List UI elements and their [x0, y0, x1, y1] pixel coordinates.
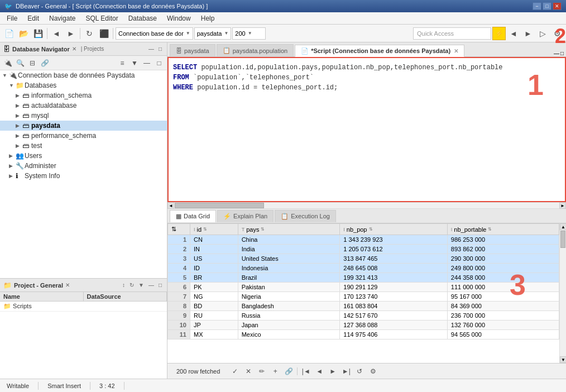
result-tab-explain[interactable]: ⚡ Explain Plan	[217, 210, 274, 222]
toolbar-extra-btn3[interactable]: ▷	[536, 27, 549, 40]
projects-tab[interactable]: | Projects	[81, 46, 104, 52]
tree-databases[interactable]: ▼ 📁 Databases	[0, 80, 167, 90]
toolbar-extra-btn2[interactable]: ►	[521, 27, 535, 40]
tree-actualdatabase[interactable]: ▶ 🗃 actualdatabase	[0, 101, 167, 111]
project-btn-2[interactable]: ↻	[128, 281, 136, 289]
result-tab-execution[interactable]: 📋 Execution Log	[275, 210, 336, 222]
table-row[interactable]: 3USUnited States313 847 465290 300 000	[168, 254, 559, 264]
grid-vscrollbar[interactable]: ▲ ▼	[559, 223, 566, 363]
db-toolbar-new-conn[interactable]: 🔌	[2, 58, 13, 69]
menu-window[interactable]: Window	[162, 13, 195, 23]
menu-file[interactable]: File	[2, 13, 22, 23]
tab-paysdata[interactable]: 🗄 paysdata	[170, 44, 215, 56]
tab-script[interactable]: 📄 *Script (Connection base de données Pa…	[295, 45, 464, 57]
table-row[interactable]: 5BRBrazil199 321 413244 358 000	[168, 273, 559, 283]
table-row[interactable]: 8BDBangladesh161 083 80484 369 000	[168, 302, 559, 311]
tree-information-schema[interactable]: ▶ 🗃 information_schema	[0, 90, 167, 101]
tabs-maximize-btn[interactable]: □	[560, 50, 564, 56]
panel-minimize-btn[interactable]: —	[147, 45, 156, 52]
toolbar-refresh-btn[interactable]: ↻	[83, 27, 96, 40]
status-edit-btn[interactable]: ✏	[256, 366, 268, 377]
quick-access-input[interactable]: Quick Access	[413, 27, 491, 40]
tree-test[interactable]: ▶ 🗃 test	[0, 141, 167, 151]
vscroll-up-btn[interactable]: ▲	[560, 223, 566, 230]
toolbar-new-btn[interactable]: 📄	[2, 27, 16, 40]
vscroll-down-btn[interactable]: ▼	[560, 356, 566, 363]
col-header-id[interactable]: I id ⇅	[190, 224, 238, 235]
db-toolbar-minimize[interactable]: —	[141, 58, 152, 69]
quick-access-icon[interactable]: ⚡	[492, 27, 506, 40]
project-minimize-btn[interactable]: —	[147, 281, 156, 289]
title-bar-controls[interactable]: − □ ✕	[533, 2, 562, 10]
toolbar-extra-btn1[interactable]: ◄	[507, 27, 520, 40]
tree-administer[interactable]: ▶ 🔧 Administer	[0, 161, 167, 171]
connection-dropdown[interactable]: Connection base de dor ▼	[116, 27, 193, 40]
db-dropdown[interactable]: paysdata ▼	[194, 27, 232, 40]
tab-script-close-icon[interactable]: ✕	[454, 48, 458, 54]
table-row[interactable]: 11MXMexico114 975 40694 565 000	[168, 330, 559, 340]
table-row[interactable]: 4IDIndonesia248 645 008249 800 000	[168, 264, 559, 273]
col-header-nb-portable[interactable]: I nb_portable ⇅	[447, 224, 559, 235]
status-add-btn[interactable]: +	[269, 366, 281, 377]
db-toolbar-filter[interactable]: 🔍	[15, 58, 26, 69]
table-row[interactable]: 10JPJapan127 368 088132 760 000	[168, 321, 559, 330]
db-toolbar-maximize[interactable]: □	[154, 58, 165, 69]
table-row[interactable]: 1CNChina1 343 239 923986 253 000	[168, 235, 559, 245]
tabs-minimize-btn[interactable]: —	[554, 50, 559, 56]
menu-database[interactable]: Database	[124, 13, 161, 23]
toolbar-back-btn[interactable]: ◄	[50, 27, 63, 40]
tree-mysql[interactable]: ▶ 🗃 mysql	[0, 111, 167, 121]
status-refresh-btn[interactable]: ↺	[353, 366, 366, 377]
table-row[interactable]: 9RURussia142 517 670236 700 000	[168, 311, 559, 321]
project-btn-1[interactable]: ↕	[121, 281, 127, 289]
tree-users[interactable]: ▶ 👥 Users	[0, 151, 167, 161]
project-maximize-btn[interactable]: □	[157, 281, 164, 289]
status-cancel-btn[interactable]: ✕	[242, 366, 255, 377]
toolbar-extra-btn4[interactable]: ⚙	[550, 27, 564, 40]
minimize-button[interactable]: −	[533, 2, 541, 10]
sql-editor[interactable]: SELECT population.id,population.pays,pop…	[167, 57, 566, 202]
status-confirm-btn[interactable]: ✓	[229, 366, 241, 377]
menu-edit[interactable]: Edit	[23, 13, 44, 23]
project-close-icon[interactable]: ✕	[65, 282, 70, 288]
tab-population[interactable]: 📋 paysdata.population	[217, 44, 294, 56]
project-row-scripts[interactable]: 📁 Scripts	[0, 302, 167, 312]
tree-performance-schema[interactable]: ▶ 🗃 performance_schema	[0, 131, 167, 141]
menu-navigate[interactable]: Navigate	[45, 13, 80, 23]
toolbar-open-btn[interactable]: 📂	[17, 27, 30, 40]
db-toolbar-settings[interactable]: ≡	[117, 58, 128, 69]
table-row[interactable]: 7NGNigeria170 123 74095 167 000	[168, 292, 559, 302]
status-first-btn[interactable]: |◄	[300, 366, 312, 377]
hscroll-left-btn[interactable]: ◄	[167, 202, 174, 209]
db-navigator-close-icon[interactable]: ✕	[72, 46, 76, 52]
tree-root-connection[interactable]: ▼ 🔌 Connection base de données Paysdata	[0, 70, 167, 80]
menu-sql-editor[interactable]: SQL Editor	[81, 13, 122, 23]
col-header-nb-pop[interactable]: I nb_pop ⇅	[340, 224, 448, 235]
data-grid[interactable]: ⇅ I id ⇅	[167, 223, 559, 363]
hscroll-right-btn[interactable]: ►	[559, 202, 566, 209]
tree-system-info[interactable]: ▶ ℹ System Info	[0, 171, 167, 181]
tree-paysdata[interactable]: ▶ 🗃 paysdata	[0, 121, 167, 131]
col-header-rownum[interactable]: ⇅	[168, 224, 190, 235]
status-prev-btn[interactable]: ◄	[313, 366, 325, 377]
limit-dropdown[interactable]: 200 ▼	[232, 27, 266, 40]
hscroll-thumb[interactable]	[175, 203, 264, 208]
col-header-pays[interactable]: T pays ⇅	[238, 224, 340, 235]
panel-maximize-btn[interactable]: □	[157, 45, 164, 52]
menu-help[interactable]: Help	[196, 13, 219, 23]
db-toolbar-more[interactable]: ▼	[129, 58, 140, 69]
table-row[interactable]: 6PKPakistan190 291 129111 000 000	[168, 283, 559, 292]
close-button[interactable]: ✕	[553, 2, 562, 10]
project-btn-3[interactable]: ▼	[137, 281, 146, 289]
table-row[interactable]: 2INIndia1 205 073 612893 862 000	[168, 245, 559, 254]
status-settings-btn[interactable]: ⚙	[367, 366, 379, 377]
status-last-btn[interactable]: ►|	[340, 366, 352, 377]
status-link-btn[interactable]: 🔗	[282, 366, 295, 377]
vscroll-thumb[interactable]	[560, 231, 565, 248]
editor-hscrollbar[interactable]: ◄ ►	[167, 202, 566, 209]
maximize-button[interactable]: □	[543, 2, 551, 10]
result-tab-datagrid[interactable]: ▦ Data Grid	[170, 210, 216, 222]
toolbar-forward-btn[interactable]: ►	[64, 27, 78, 40]
toolbar-stop-btn[interactable]: ⬛	[97, 27, 111, 40]
toolbar-save-btn[interactable]: 💾	[31, 27, 45, 40]
